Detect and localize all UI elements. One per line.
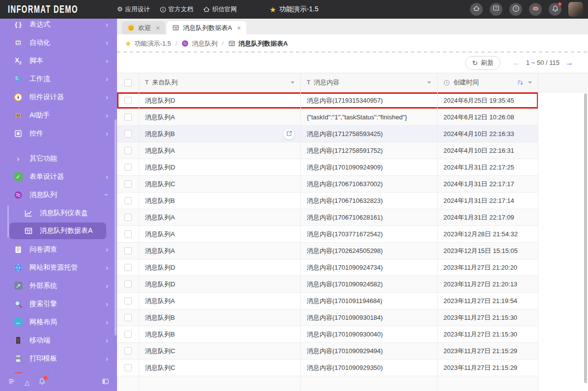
panel-icon: [102, 378, 109, 387]
table-row[interactable]: 消息队列D 消息内容(1701090924582) 2023年11月27日 21…: [117, 276, 538, 293]
footer-menu-list-button[interactable]: [8, 377, 16, 387]
sidebar-item-script[interactable]: X2 脚本 ›: [0, 52, 117, 70]
sidebar-item-expression[interactable]: { } 表达式 ›: [0, 19, 117, 33]
footer-release-button[interactable]: △: [25, 378, 29, 387]
table-row[interactable]: 消息队列A 消息内容(1712758591752) 2024年4月10日 22:…: [117, 142, 538, 159]
table-row[interactable]: 消息队列B 消息内容(1701090930040) 2023年11月27日 21…: [117, 326, 538, 343]
sidebar-item-external-systems[interactable]: ↗ 外部系统 ›: [0, 277, 117, 295]
sidebar-item-mq-dashboard[interactable]: 消息队列仪表盘: [0, 204, 117, 222]
filter-caret-icon[interactable]: [528, 82, 532, 85]
tab-mq-table-a[interactable]: 消息队列数据表A ×: [167, 21, 246, 34]
refresh-button[interactable]: ↻ 刷新: [465, 56, 500, 70]
row-checkbox[interactable]: [124, 147, 132, 154]
cell-created-at: 2023年11月27日 21:15:30: [438, 309, 538, 326]
table-row[interactable]: 消息队列A 消息内容(1702624505298) 2023年12月15日 15…: [117, 243, 538, 259]
table-row[interactable]: 消息队列C 消息内容(1701090929494) 2023年11月27日 21…: [117, 343, 538, 360]
column-header-from-queue[interactable]: T 来自队列: [139, 73, 301, 92]
column-header-message-content[interactable]: T 消息内容: [301, 73, 438, 92]
chevron-right-icon: ›: [106, 246, 108, 253]
filter-caret-icon[interactable]: [427, 82, 431, 85]
cell-created-at: 2024年4月10日 22:16:33: [438, 126, 538, 142]
row-checkbox[interactable]: [124, 364, 132, 371]
breadcrumb-item-demo[interactable]: ★ 功能演示-1.5: [125, 39, 171, 48]
breadcrumb-item-mq-table-a[interactable]: 消息队列数据表A: [228, 39, 288, 48]
content-scrollbar[interactable]: [584, 93, 587, 383]
sidebar-scrollbar[interactable]: [115, 119, 117, 335]
footer-collapse-sidebar-button[interactable]: [102, 378, 109, 387]
nav-item-zhixin-site[interactable]: 织信官网: [203, 5, 237, 14]
pagination-next-icon[interactable]: →: [565, 58, 573, 67]
row-checkbox[interactable]: [124, 113, 132, 121]
sidebar-item-automation[interactable]: 自动化 ›: [0, 33, 117, 52]
row-checkbox[interactable]: [124, 214, 132, 221]
table-row[interactable]: 消息队列D 消息内容(1719315340957) 2024年6月25日 19:…: [117, 92, 538, 109]
sidebar-item-workflow[interactable]: 工作流 ›: [0, 70, 117, 88]
pagination-range: 1 ~ 50 / 115: [526, 59, 559, 66]
sidebar-item-mq-table-a[interactable]: 消息队列数据表A: [9, 223, 106, 239]
pagination-prev-icon[interactable]: ←: [512, 58, 520, 67]
sidebar-item-widget-designer[interactable]: 组件设计器 ›: [0, 88, 117, 106]
row-checkbox[interactable]: [124, 331, 132, 338]
sidebar-item-form-designer[interactable]: ✓ 表单设计器 ›: [0, 168, 117, 186]
row-checkbox[interactable]: [124, 280, 132, 288]
row-checkbox[interactable]: [124, 97, 132, 104]
table-row[interactable]: 消息队列A 消息内容(1703771672542) 2023年12月28日 21…: [117, 226, 538, 243]
chart-icon: [24, 209, 33, 218]
row-checkbox[interactable]: [124, 164, 132, 171]
top-nav: ⚙ 应用设计 官方文档 织信官网: [117, 5, 241, 14]
chevron-right-icon: ›: [106, 173, 108, 180]
breadcrumb-item-message-queue[interactable]: 消息队列: [181, 39, 217, 48]
table-row[interactable]: 消息队列C 消息内容(1706710637002) 2024年1月31日 22:…: [117, 176, 538, 193]
nav-item-app-design[interactable]: ⚙ 应用设计: [117, 5, 150, 14]
app-title[interactable]: ★ 功能演示-1.5: [269, 5, 319, 14]
sidebar-item-other-features[interactable]: › 其它功能: [0, 149, 117, 168]
sidebar-item-hosting[interactable]: 网站和资源托管 ›: [0, 258, 117, 277]
table-row[interactable]: 消息队列B 消息内容(1712758593425) 2024年4月10日 22:…: [117, 126, 538, 142]
row-checkbox[interactable]: [124, 180, 132, 188]
row-checkbox[interactable]: [124, 314, 132, 321]
sidebar-item-controls[interactable]: 控件 ›: [0, 124, 117, 142]
sort-descending-icon[interactable]: [517, 79, 524, 86]
table-row[interactable]: 消息队列A {"taskId":"1","taskStatus":"finish…: [117, 109, 538, 126]
sidebar-item-survey[interactable]: 问卷调查 ›: [0, 240, 117, 258]
row-checkbox[interactable]: [124, 347, 132, 355]
nav-item-official-docs[interactable]: 官方文档: [160, 5, 193, 14]
header-help-button[interactable]: ?: [509, 3, 522, 16]
sidebar-item-search-engine[interactable]: 搜索引擎 ›: [0, 295, 117, 313]
table-row[interactable]: 消息队列D 消息内容(1701090924734) 2023年11月27日 21…: [117, 259, 538, 276]
row-checkbox[interactable]: [124, 297, 132, 305]
row-checkbox[interactable]: [124, 130, 132, 138]
table-row[interactable]: 消息队列C 消息内容(1701090929350) 2023年11月27日 21…: [117, 360, 538, 376]
sidebar-item-print-template[interactable]: 打印模板 ›: [0, 349, 117, 367]
row-checkbox[interactable]: [124, 197, 132, 204]
open-record-button[interactable]: [284, 129, 294, 140]
row-checkbox[interactable]: [124, 264, 132, 271]
select-all-checkbox[interactable]: [117, 73, 139, 92]
table-row[interactable]: 消息队列D 消息内容(1701090924909) 2024年1月31日 22:…: [117, 159, 538, 176]
tab-welcome[interactable]: 欢迎 ×: [122, 21, 165, 34]
row-checkbox[interactable]: [124, 247, 132, 254]
sidebar-item-message-queue[interactable]: 消息队列 ›: [0, 186, 117, 204]
sidebar-item-ai-assistant[interactable]: AI助手 ›: [0, 106, 117, 124]
cell-message-content: 消息内容(1701090924582): [301, 276, 438, 292]
row-checkbox[interactable]: [124, 230, 132, 238]
star-icon: ★: [125, 40, 131, 47]
header-ai-assistant-button[interactable]: [529, 3, 542, 16]
sidebar-item-grid-layout[interactable]: ↔ 网格布局 ›: [0, 313, 117, 331]
table-row[interactable]: 消息队列B 消息内容(1706710632823) 2024年1月31日 22:…: [117, 193, 538, 209]
header-feedback-button[interactable]: ?: [490, 3, 502, 16]
close-icon[interactable]: ×: [237, 24, 241, 32]
close-icon[interactable]: ×: [156, 24, 160, 32]
cell-from-queue: 消息队列A: [139, 109, 301, 125]
header-notifications-button[interactable]: [549, 3, 561, 16]
sidebar-item-mobile[interactable]: 移动端 ›: [0, 331, 117, 349]
table-row[interactable]: 消息队列A 消息内容(1706710628161) 2024年1月31日 22:…: [117, 209, 538, 226]
gridlayout-icon: ↔: [13, 318, 23, 326]
table-row[interactable]: 消息队列B 消息内容(1701090930184) 2023年11月27日 21…: [117, 309, 538, 326]
filter-caret-icon[interactable]: [291, 82, 294, 85]
header-home-button[interactable]: [470, 3, 483, 16]
column-header-created-at[interactable]: 创建时间: [438, 73, 538, 92]
table-row[interactable]: 消息队列A 消息内容(1701091194684) 2023年11月27日 21…: [117, 293, 538, 309]
user-avatar[interactable]: [568, 2, 583, 17]
footer-notifications-button[interactable]: [38, 378, 46, 387]
